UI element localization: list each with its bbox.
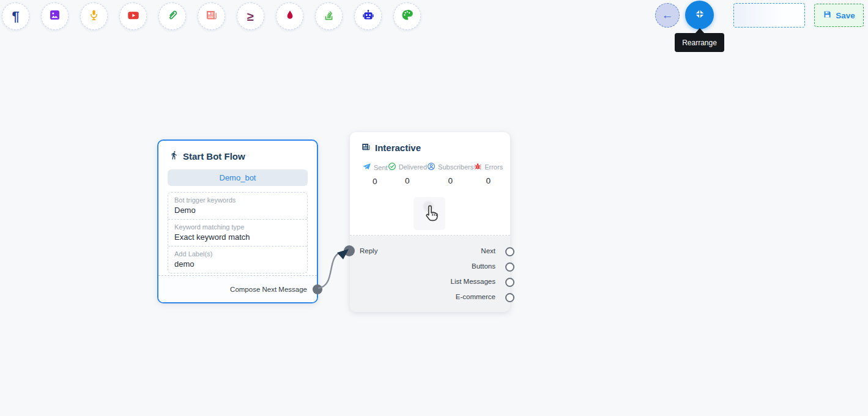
stat-subscribers: Subscribers 0 [427,162,473,186]
interactive-node-header: Interactive [350,132,510,154]
newspaper-icon [205,9,218,24]
flow-canvas[interactable]: { "toolbar": { "items": [ { "icon": "pil… [0,0,868,416]
stat-errors: Errors 0 [473,162,503,186]
toolbar-video-button[interactable] [119,2,147,30]
save-button[interactable]: Save [814,4,864,27]
start-node-header: Start Bot Flow [158,141,317,162]
toolbar-theme-button[interactable] [393,2,421,30]
output-label-next: Next [481,247,495,254]
output-port-compose-next-message[interactable] [313,284,322,294]
compress-icon [694,9,705,22]
reply-input-label: Reply [360,247,377,254]
start-node-fields: Bot trigger keywords Demo Keyword matchi… [168,192,308,273]
field-value: demo [174,259,301,269]
output-label-buttons: Buttons [472,262,495,270]
field-label: Bot trigger keywords [174,196,301,204]
pilcrow-icon: ¶ [12,10,19,23]
stat-label: Subscribers [438,163,473,171]
bot-name-field[interactable]: Demo_bot [168,169,308,186]
stat-value: 0 [388,176,427,185]
toolbar-bot-button[interactable] [354,2,382,30]
paper-plane-icon [362,162,371,173]
stats-row: Sent 0 Delivered 0 Subscribers 0 [350,154,510,186]
start-node-title: Start Bot Flow [183,151,245,162]
stack-icon [322,9,335,24]
field-value: Demo [174,206,301,215]
newspaper-icon [361,142,371,154]
check-circle-icon [388,162,396,172]
stat-value: 0 [362,177,388,186]
field-value: Exact keyword match [174,232,301,242]
stat-value: 0 [427,176,473,185]
greater-equal-icon: ≥ [247,10,254,23]
output-label-e-commerce: E-commerce [456,293,495,300]
field-label: Add Label(s) [174,250,301,258]
start-bot-flow-node[interactable]: Start Bot Flow Demo_bot Bot trigger keyw… [157,139,318,303]
stat-label: Sent [374,164,388,171]
paperclip-icon [166,9,179,24]
bug-icon [473,162,482,172]
toolbar-text-button[interactable]: ¶ [2,2,29,30]
field-keyword-matching-type[interactable]: Keyword matching type Exact keyword matc… [168,220,307,247]
robot-icon [362,9,375,24]
stat-label: Errors [484,163,503,171]
stat-delivered: Delivered 0 [388,162,427,186]
output-port-list-messages[interactable] [505,278,514,287]
droplet-icon [284,9,296,24]
user-circle-icon [427,162,436,172]
field-label: Keyword matching type [174,223,301,231]
toolbar-condition-button[interactable]: ≥ [237,2,264,30]
image-icon [48,9,61,24]
person-walking-icon [169,150,179,162]
edge-path [318,253,340,288]
output-port-next[interactable] [505,247,514,256]
rearrange-button[interactable] [685,1,714,29]
toolbar-card-button[interactable] [198,2,225,30]
toolbar-drip-button[interactable] [276,2,303,30]
stat-label: Delivered [399,163,427,171]
youtube-icon [127,9,140,24]
output-label-list-messages: List Messages [450,278,495,285]
save-button-label: Save [836,11,855,20]
output-port-e-commerce[interactable] [505,293,514,302]
back-button[interactable]: ← [655,3,680,28]
output-port-buttons[interactable] [505,262,514,272]
palette-icon [401,9,414,24]
save-icon [823,10,832,21]
toolbar-image-button[interactable] [41,2,69,30]
input-port-reply[interactable] [344,245,355,256]
compose-next-message-row: Compose Next Message [158,275,317,302]
field-bot-trigger-keywords[interactable]: Bot trigger keywords Demo [168,193,307,220]
hand-pointer-cursor [420,202,440,228]
field-add-labels[interactable]: Add Label(s) demo [168,247,307,273]
microphone-icon [87,9,100,24]
toolbar-file-button[interactable] [158,2,186,30]
element-toolbar: ¶ ≥ [2,2,421,30]
toolbar-audio-button[interactable] [80,2,108,30]
stat-sent: Sent 0 [362,162,388,186]
interactive-node-title: Interactive [375,143,421,153]
stat-value: 0 [473,176,503,185]
rearrange-tooltip: Rearrange [675,33,724,52]
flow-name-input[interactable] [733,3,805,28]
arrow-left-icon: ← [662,9,673,22]
toolbar-sequence-button[interactable] [315,2,343,30]
compose-next-message-label: Compose Next Message [230,286,307,293]
